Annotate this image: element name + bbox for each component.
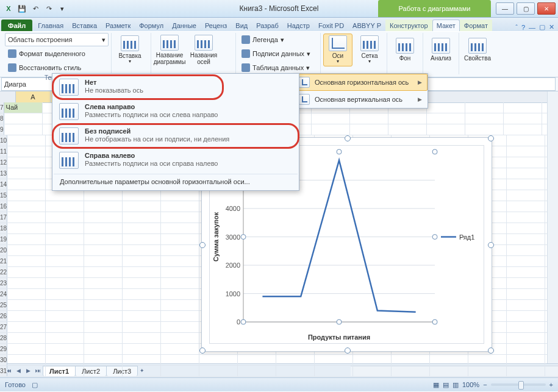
- cell[interactable]: [46, 223, 84, 233]
- cell[interactable]: [123, 190, 161, 201]
- cell[interactable]: [507, 157, 545, 168]
- cell[interactable]: [161, 289, 199, 299]
- excel-icon[interactable]: X: [2, 2, 15, 15]
- minimize-button[interactable]: —: [496, 2, 514, 15]
- cell[interactable]: [123, 245, 161, 255]
- cell[interactable]: [123, 322, 161, 332]
- cell[interactable]: [161, 311, 199, 321]
- tab-developer[interactable]: Разраб: [252, 20, 283, 31]
- cell[interactable]: [507, 212, 545, 223]
- cell[interactable]: [7, 355, 46, 365]
- close-button[interactable]: ✕: [537, 2, 556, 15]
- cell[interactable]: [507, 168, 545, 179]
- cell[interactable]: [427, 124, 465, 135]
- cell[interactable]: [46, 366, 84, 376]
- zoom-in-button[interactable]: +: [549, 381, 553, 388]
- cell[interactable]: [353, 355, 392, 365]
- axis-option-none[interactable]: НетНе показывать ось: [54, 75, 298, 99]
- cell[interactable]: [123, 355, 161, 365]
- cell[interactable]: [84, 256, 123, 266]
- cell[interactable]: [46, 256, 84, 266]
- cell[interactable]: [353, 366, 392, 376]
- row-header[interactable]: 11: [0, 146, 7, 157]
- cell[interactable]: [507, 146, 545, 157]
- cell[interactable]: [123, 366, 161, 376]
- axis-titles-button[interactable]: Названия осей: [188, 34, 220, 66]
- doc-close-icon[interactable]: ✕: [549, 23, 554, 31]
- cell[interactable]: [161, 190, 199, 201]
- cell[interactable]: [7, 333, 46, 343]
- cell[interactable]: [507, 267, 545, 277]
- cell[interactable]: [7, 256, 46, 266]
- cell[interactable]: [46, 333, 84, 343]
- reset-style-button[interactable]: Восстановить стиль: [5, 61, 109, 74]
- cell[interactable]: [123, 278, 161, 288]
- cell[interactable]: [161, 267, 199, 277]
- cell[interactable]: [123, 300, 161, 310]
- cell[interactable]: [161, 256, 199, 266]
- tab-layout[interactable]: Разметк: [101, 20, 135, 31]
- redo-icon[interactable]: ↷: [43, 2, 55, 15]
- view-normal-icon[interactable]: ▦: [433, 381, 439, 389]
- tab-foxit[interactable]: Foxit PD: [314, 20, 348, 31]
- cell[interactable]: [161, 333, 199, 343]
- cell[interactable]: [84, 322, 123, 332]
- cell[interactable]: [238, 366, 276, 376]
- cell[interactable]: [161, 344, 199, 354]
- tab-chart-layout[interactable]: Макет: [432, 20, 460, 31]
- cell[interactable]: [315, 366, 353, 376]
- row-header[interactable]: 17: [0, 212, 7, 223]
- row-header[interactable]: 23: [0, 278, 7, 288]
- cell[interactable]: [468, 366, 507, 376]
- cell[interactable]: [46, 344, 84, 354]
- cell[interactable]: [545, 366, 558, 376]
- select-all-corner[interactable]: [0, 91, 16, 102]
- tab-insert[interactable]: Вставка: [68, 20, 101, 31]
- zoom-level[interactable]: 100%: [462, 381, 479, 388]
- cell[interactable]: [507, 245, 545, 255]
- tab-view[interactable]: Вид: [231, 20, 252, 31]
- row-header[interactable]: 29: [0, 344, 7, 354]
- row-header[interactable]: 18: [0, 223, 7, 233]
- cell[interactable]: [84, 245, 123, 255]
- cell[interactable]: [123, 344, 161, 354]
- cell[interactable]: [46, 289, 84, 299]
- cell[interactable]: [507, 201, 545, 212]
- cell[interactable]: [7, 201, 46, 212]
- cell[interactable]: [430, 355, 468, 365]
- cell[interactable]: Чай: [4, 102, 43, 113]
- cell[interactable]: [46, 245, 84, 255]
- view-page-icon[interactable]: ▤: [443, 381, 449, 389]
- doc-restore-icon[interactable]: ▢: [539, 23, 545, 31]
- properties-button[interactable]: Свойства: [462, 34, 493, 66]
- cell[interactable]: [84, 366, 123, 376]
- cell[interactable]: [465, 102, 504, 113]
- cell[interactable]: [161, 300, 199, 310]
- cell[interactable]: [507, 256, 545, 266]
- cell[interactable]: [46, 201, 84, 212]
- save-icon[interactable]: 💾: [16, 2, 28, 15]
- cell[interactable]: [84, 201, 123, 212]
- row-header[interactable]: 10: [0, 135, 7, 146]
- cell[interactable]: [507, 322, 545, 332]
- insert-button[interactable]: Вставка▾: [114, 34, 146, 66]
- row-header[interactable]: 25: [0, 300, 7, 310]
- cell[interactable]: [84, 190, 123, 201]
- cell[interactable]: [427, 113, 465, 124]
- zoom-out-button[interactable]: −: [483, 381, 487, 388]
- tab-design[interactable]: Конструктор: [385, 20, 432, 31]
- cell[interactable]: [161, 278, 199, 288]
- cell[interactable]: [123, 311, 161, 321]
- cell[interactable]: [7, 190, 46, 201]
- axis-option-ltr[interactable]: Слева направоРазместить подписи на оси с…: [54, 99, 298, 124]
- cell[interactable]: [161, 322, 199, 332]
- cell[interactable]: [7, 366, 46, 376]
- cell[interactable]: [7, 146, 46, 157]
- cell[interactable]: [7, 278, 46, 288]
- cell[interactable]: [161, 245, 199, 255]
- axes-horizontal-item[interactable]: Основная горизонтальная ось▶: [293, 74, 427, 91]
- cell[interactable]: [123, 256, 161, 266]
- cell[interactable]: [46, 190, 84, 201]
- tab-file[interactable]: Файл: [1, 20, 32, 31]
- row-header[interactable]: 24: [0, 289, 7, 299]
